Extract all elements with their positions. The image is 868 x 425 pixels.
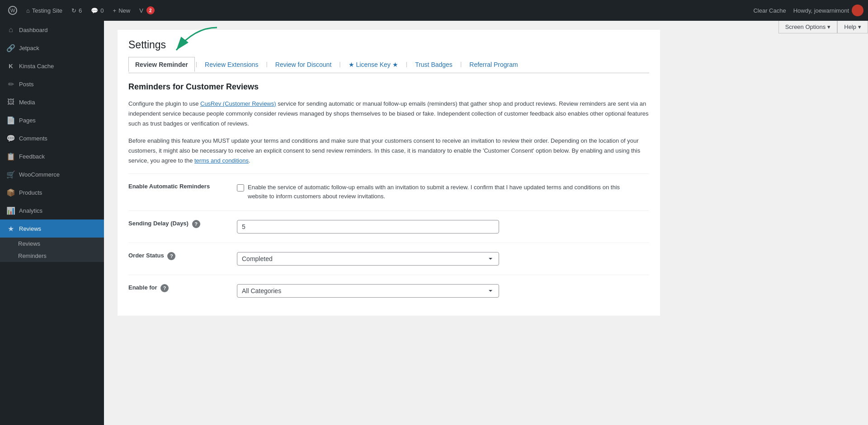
main-content: Settings Review Reminder | Review Extens… [104, 21, 868, 425]
field-row-sending-delay: Sending Delay (Days) ? [128, 211, 649, 243]
sidebar-subitem-reminders[interactable]: Reminders [0, 250, 104, 262]
sidebar-item-feedback[interactable]: 📋Feedback [0, 147, 104, 165]
sidebar-item-analytics[interactable]: 📊Analytics [0, 201, 104, 220]
user-menu[interactable]: Howdy, joewarnimont [793, 5, 863, 16]
vouched-link[interactable]: V 2 [136, 0, 158, 21]
sidebar-item-jetpack[interactable]: 🔗Jetpack [0, 39, 104, 57]
dashboard-icon: ⌂ [6, 25, 15, 34]
help-icon-enable-for[interactable]: ? [160, 284, 169, 292]
chevron-down-icon: ▾ [858, 23, 861, 30]
cusrev-link[interactable]: CusRev (Customer Reviews) [200, 100, 276, 107]
field-label-enable-automatic: Enable Automatic Reminders [128, 173, 237, 211]
user-avatar [852, 5, 863, 16]
field-row-enable-automatic: Enable Automatic Reminders Enable the se… [128, 173, 649, 211]
feedback-icon: 📋 [6, 152, 15, 161]
enable-for-select[interactable]: All Categories Specific Categories [237, 284, 499, 298]
sidebar-item-products[interactable]: 📦Products [0, 183, 104, 201]
tab-referral-program[interactable]: Referral Program [462, 57, 524, 72]
terms-link[interactable]: terms and conditions [194, 157, 249, 164]
reviews-icon: ★ [6, 224, 15, 233]
new-content-link[interactable]: + New [109, 0, 134, 21]
help-icon-order-status[interactable]: ? [167, 252, 175, 260]
enable-automatic-checkbox[interactable] [237, 184, 244, 191]
chevron-down-icon: ▾ [827, 23, 830, 30]
enable-automatic-label: Enable the service of automatic follow-u… [237, 183, 626, 202]
sidebar-item-pages[interactable]: 📄Pages [0, 111, 104, 129]
description-paragraph-1: Configure the plugin to use CusRev (Cust… [128, 99, 649, 129]
comments-icon: 💬 [6, 134, 15, 143]
media-icon: 🖼 [6, 98, 15, 107]
sending-delay-input[interactable] [237, 220, 499, 234]
clear-cache-button[interactable]: Clear Cache [749, 7, 790, 14]
screen-options-button[interactable]: Screen Options ▾ [778, 21, 838, 33]
settings-tabs: Review Reminder | Review Extensions | Re… [128, 56, 649, 73]
sidebar-subitem-reviews[interactable]: Reviews [0, 238, 104, 250]
page-title: Settings [128, 39, 649, 51]
products-icon: 📦 [6, 188, 15, 197]
tab-review-extensions[interactable]: Review Extensions [198, 57, 265, 72]
svg-text:W: W [10, 8, 15, 13]
admin-menu: ⌂Dashboard 🔗Jetpack KKinsta Cache ✏Posts… [0, 21, 104, 262]
sidebar-item-comments[interactable]: 💬Comments [0, 129, 104, 147]
analytics-icon: 📊 [6, 206, 15, 215]
sidebar-item-reviews[interactable]: ★Reviews Reviews Reminders [0, 220, 104, 262]
wp-logo[interactable]: W [5, 0, 21, 21]
sidebar-item-posts[interactable]: ✏Posts [0, 75, 104, 93]
site-name-link[interactable]: ⌂ Testing Site [23, 0, 66, 21]
kinsta-icon: K [6, 61, 15, 70]
updates-link[interactable]: ↻ 6 [68, 0, 85, 21]
tab-trust-badges[interactable]: Trust Badges [408, 57, 459, 72]
field-row-order-status: Order Status ? Completed Processing Ship… [128, 243, 649, 275]
sidebar-item-woocommerce[interactable]: 🛒WooCommerce [0, 165, 104, 183]
help-icon-sending-delay[interactable]: ? [192, 220, 200, 228]
tab-review-reminder[interactable]: Review Reminder [128, 57, 195, 72]
help-button[interactable]: Help ▾ [837, 21, 868, 33]
section-title: Reminders for Customer Reviews [128, 82, 649, 92]
sidebar-item-kinsta-cache[interactable]: KKinsta Cache [0, 57, 104, 75]
tab-license-key[interactable]: ★ License Key ★ [342, 57, 405, 72]
field-row-enable-for: Enable for ? All Categories Specific Cat… [128, 275, 649, 307]
admin-sidebar: ⌂Dashboard 🔗Jetpack KKinsta Cache ✏Posts… [0, 21, 104, 425]
screen-meta-buttons: Screen Options ▾ Help ▾ [778, 21, 868, 33]
order-status-select[interactable]: Completed Processing Shipped [237, 252, 499, 266]
description-paragraph-2: Before enabling this feature you MUST up… [128, 136, 649, 166]
pages-icon: 📄 [6, 116, 15, 125]
posts-icon: ✏ [6, 79, 15, 89]
sidebar-item-dashboard[interactable]: ⌂Dashboard [0, 21, 104, 39]
admin-bar: W ⌂ Testing Site ↻ 6 💬 0 + New V 2 Clear… [0, 0, 868, 21]
tab-review-for-discount[interactable]: Review for Discount [269, 57, 339, 72]
jetpack-icon: 🔗 [6, 43, 15, 52]
settings-form: Enable Automatic Reminders Enable the se… [128, 173, 649, 307]
sidebar-item-media[interactable]: 🖼Media [0, 93, 104, 111]
woocommerce-icon: 🛒 [6, 170, 15, 179]
reviews-submenu: Reviews Reminders [0, 238, 104, 262]
comments-link[interactable]: 💬 0 [87, 0, 107, 21]
